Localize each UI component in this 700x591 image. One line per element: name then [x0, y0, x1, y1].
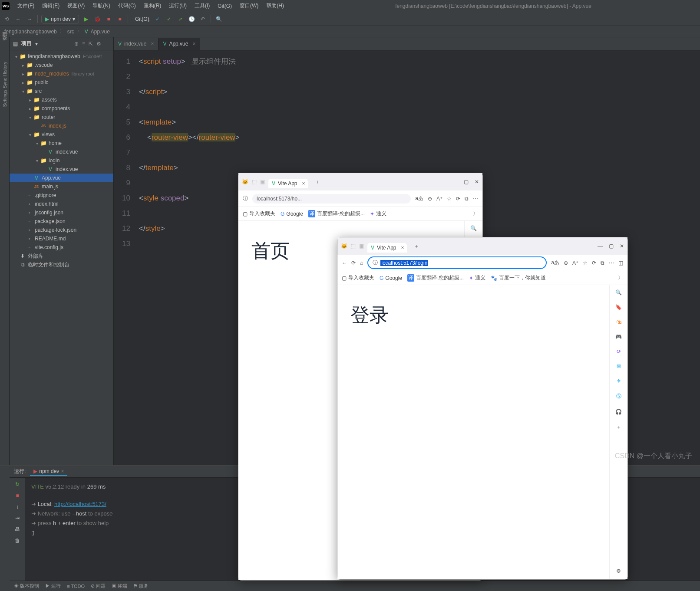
maximize-icon[interactable]: ▢: [609, 243, 614, 249]
stop-run-icon[interactable]: ■: [16, 492, 19, 499]
tab-app-vue[interactable]: VApp.vue×: [158, 38, 200, 50]
trash-icon[interactable]: 🗑: [15, 538, 20, 544]
home-icon[interactable]: ⌂: [360, 260, 363, 266]
crumb-src[interactable]: src: [67, 29, 74, 35]
menu-tools[interactable]: 工具(I): [191, 1, 213, 10]
tree-item-src[interactable]: ▾📁src: [10, 87, 113, 95]
zoom-out-icon[interactable]: ⊖: [428, 196, 432, 202]
collections-icon[interactable]: ⧉: [465, 196, 469, 202]
favorite-icon[interactable]: ☆: [583, 260, 588, 266]
close-window-icon[interactable]: ✕: [475, 179, 479, 185]
bookmark-import[interactable]: ▢ 导入收藏夹: [243, 210, 275, 217]
menu-window[interactable]: 窗口(W): [236, 1, 262, 10]
git-rollback-icon[interactable]: ↶: [198, 15, 207, 23]
tree-item--gitignore[interactable]: ◦.gitignore: [10, 191, 113, 200]
expand-icon[interactable]: ≡: [82, 41, 85, 47]
close-tab-icon[interactable]: ×: [401, 245, 404, 251]
extensions-icon[interactable]: ⟳: [456, 196, 460, 202]
project-tree[interactable]: ▾📁fengdianshangbaowebE:\code\f▸📁.vscode▸…: [10, 50, 113, 465]
tree-item---------[interactable]: ⧉临时文件和控制台: [10, 260, 113, 269]
tree-item-package-json[interactable]: ◦package.json: [10, 217, 113, 226]
side-shop-icon[interactable]: 🛍: [616, 319, 621, 325]
tree-item-fengdianshangbaoweb[interactable]: ▾📁fengdianshangbaowebE:\code\f: [10, 52, 113, 61]
tree-item-node-modules[interactable]: ▸📁node_moduleslibrary root: [10, 69, 113, 78]
close-icon[interactable]: ×: [192, 41, 195, 47]
tree-item-index-vue[interactable]: Vindex.vue: [10, 148, 113, 156]
refresh-icon[interactable]: ⟳: [351, 260, 356, 266]
workspace-icon[interactable]: ⬚: [252, 179, 257, 185]
more-icon[interactable]: ⋯: [609, 260, 614, 266]
tree-item-assets[interactable]: ▸📁assets: [10, 95, 113, 104]
tree-item-readme-md[interactable]: ◦README.md: [10, 234, 113, 243]
back-icon[interactable]: ←: [342, 260, 347, 266]
address-bar[interactable]: localhost:5173/ho...: [252, 194, 411, 204]
bookmark-more-icon[interactable]: 〉: [473, 210, 478, 217]
tree-item-components[interactable]: ▸📁components: [10, 104, 113, 113]
status-todo[interactable]: ≡ TODO: [67, 584, 85, 589]
tabs-icon[interactable]: ▣: [260, 179, 265, 185]
sync-icon[interactable]: ⟲: [3, 15, 11, 23]
status-problems[interactable]: ⊘ 问题: [91, 583, 106, 589]
local-url-link[interactable]: http://localhost:5173/: [54, 501, 106, 507]
git-push-icon[interactable]: ↗: [176, 15, 185, 23]
side-tag-icon[interactable]: 🔖: [615, 304, 622, 310]
collections-icon[interactable]: ⧉: [601, 260, 604, 266]
new-tab-icon[interactable]: ＋: [311, 178, 324, 186]
run-icon[interactable]: ▶: [82, 15, 90, 23]
bookmark-baidu-translate[interactable]: 译 百度翻译-您的超级...: [308, 210, 365, 217]
close-tab-icon[interactable]: ×: [302, 181, 305, 187]
collapse-icon[interactable]: ⇱: [89, 41, 93, 47]
split-icon[interactable]: ◫: [618, 260, 623, 266]
minimize-icon[interactable]: —: [452, 179, 458, 185]
maximize-icon[interactable]: ▢: [464, 179, 469, 185]
forward-icon[interactable]: →: [25, 15, 34, 23]
bookmark-google[interactable]: G Google: [380, 275, 402, 281]
more-icon[interactable]: ⋯: [473, 196, 478, 202]
translate-icon[interactable]: A⁺: [436, 196, 442, 202]
menu-nav[interactable]: 导航(N): [89, 1, 114, 10]
bookmark-more-icon[interactable]: 〉: [618, 274, 623, 282]
menu-git[interactable]: Git(G): [214, 2, 235, 10]
avatar-icon[interactable]: 🐱: [341, 243, 347, 249]
side-outlook-icon[interactable]: ✉: [617, 363, 621, 369]
new-tab-icon[interactable]: ＋: [410, 243, 423, 250]
menu-view[interactable]: 视图(V): [64, 1, 88, 10]
tree-item-index-js[interactable]: JSindex.js: [10, 121, 113, 130]
minimize-icon[interactable]: —: [598, 243, 603, 249]
tabs-icon[interactable]: ▣: [359, 243, 364, 249]
side-send-icon[interactable]: ✈: [617, 378, 621, 384]
tree-item--vscode[interactable]: ▸📁.vscode: [10, 61, 113, 69]
tree-item-login[interactable]: ▾📁login: [10, 156, 113, 165]
tree-item----[interactable]: ⬍外部库: [10, 252, 113, 260]
menu-file[interactable]: 文件(F): [14, 1, 38, 10]
tree-item-home[interactable]: ▾📁home: [10, 139, 113, 148]
crumb-file[interactable]: App.vue: [91, 29, 110, 35]
git-commit-icon[interactable]: ✓: [165, 15, 173, 23]
menu-refactor[interactable]: 重构(R): [140, 1, 165, 10]
tree-item-views[interactable]: ▾📁views: [10, 130, 113, 139]
tree-item-jsconfig-json[interactable]: ◦jsconfig.json: [10, 208, 113, 217]
search-icon[interactable]: 🔍: [215, 15, 223, 23]
tree-item-vite-config-js[interactable]: ◦vite.config.js: [10, 243, 113, 252]
run-config[interactable]: ▶npm dev▾: [41, 15, 79, 23]
tree-item-package-lock-json[interactable]: ◦package-lock.json: [10, 226, 113, 234]
browser-tab[interactable]: VVite App×: [367, 243, 407, 253]
info-icon[interactable]: ⓘ: [243, 195, 248, 202]
browser-tab[interactable]: VVite App×: [268, 179, 308, 188]
wrap-icon[interactable]: ⇥: [15, 515, 20, 521]
tree-item-main-js[interactable]: JSmain.js: [10, 182, 113, 191]
menu-help[interactable]: 帮助(H): [263, 1, 287, 10]
menu-edit[interactable]: 编辑(E): [39, 1, 63, 10]
tree-item-router[interactable]: ▾📁router: [10, 113, 113, 121]
side-add-icon[interactable]: ＋: [616, 424, 621, 431]
bookmark-google[interactable]: G Google: [281, 211, 303, 217]
side-refresh-icon[interactable]: ⟳: [617, 348, 621, 355]
bookmark-tongyi[interactable]: ✦ 通义: [469, 274, 485, 282]
debug-icon[interactable]: 🐞: [93, 15, 102, 23]
crumb-project[interactable]: fengdianshangbaoweb: [4, 29, 57, 35]
close-window-icon[interactable]: ✕: [620, 243, 624, 249]
close-icon[interactable]: ×: [151, 41, 154, 47]
stop-icon[interactable]: ■: [104, 15, 113, 23]
side-skype-icon[interactable]: Ⓢ: [616, 393, 621, 400]
read-icon[interactable]: aあ: [551, 259, 559, 266]
